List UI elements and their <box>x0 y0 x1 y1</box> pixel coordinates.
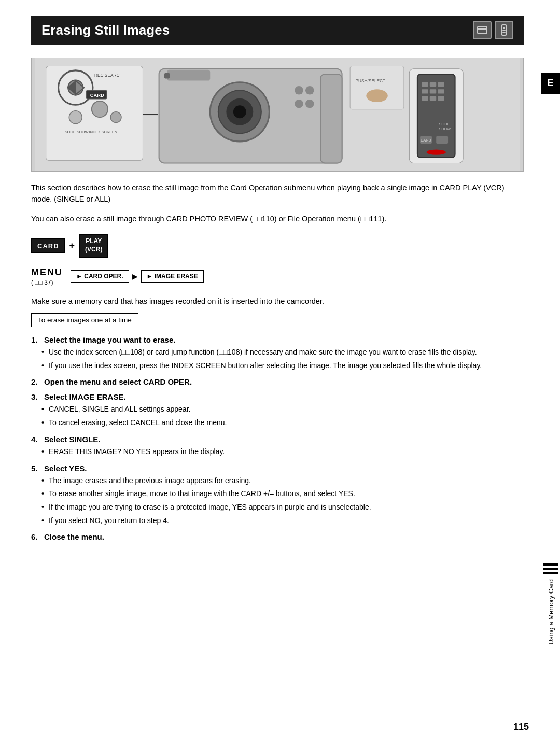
svg-point-28 <box>295 86 303 95</box>
svg-rect-25 <box>320 74 342 163</box>
hero-image: REC SEARCH CARD SLIDE SHOW INDEX SCREEN <box>31 58 524 172</box>
step-1-label: Select the image you want to erase. <box>44 335 175 344</box>
step-5-bullet-1: The image erases and the previous image … <box>41 475 524 487</box>
step-5-bullet-4: If you select NO, you return to step 4. <box>41 515 524 527</box>
step-5-bullet-3: If the image you are trying to erase is … <box>41 502 524 513</box>
svg-rect-38 <box>430 82 436 87</box>
card-icon <box>473 21 492 39</box>
step-6-num: 6. <box>31 532 38 541</box>
svg-point-15 <box>92 101 108 117</box>
title-icons <box>473 21 513 39</box>
svg-text:SLIDE SHOW: SLIDE SHOW <box>65 130 89 134</box>
step-3-bullets: CANCEL, SINGLE and ALL settings appear. … <box>31 404 524 428</box>
step-3: 3. Select IMAGE ERASE. CANCEL, SINGLE an… <box>31 392 524 428</box>
section-tab-e: E <box>541 73 560 94</box>
menu-arrow-chain: ► CARD OPER. ▶ ► IMAGE ERASE <box>71 270 204 283</box>
button-combo: CARD + PLAY (VCR) <box>31 234 524 257</box>
step-1: 1. Select the image you want to erase. U… <box>31 335 524 371</box>
play-vcr-button: PLAY (VCR) <box>79 234 108 257</box>
svg-rect-45 <box>438 96 444 101</box>
svg-point-51 <box>427 149 446 154</box>
instruction-text: Make sure a memory card that has images … <box>31 295 524 307</box>
tab-lines <box>543 563 558 574</box>
step-2-num: 2. <box>31 377 38 386</box>
svg-text:INDEX SCREEN: INDEX SCREEN <box>89 130 117 134</box>
step-1-bullet-2: If you use the index screen, press the I… <box>41 360 524 372</box>
intro-paragraph-1: This section describes how to erase the … <box>31 182 524 205</box>
step-2-title: 2. Open the menu and select CARD OPER. <box>31 377 524 386</box>
svg-rect-39 <box>438 82 444 87</box>
svg-rect-43 <box>422 96 428 101</box>
menu-section: MENU ( □□ 37) ► CARD OPER. ▶ ► IMAGE ERA… <box>31 267 524 286</box>
svg-rect-42 <box>438 89 444 93</box>
step-3-bullet-2: To cancel erasing, select CANCEL and clo… <box>41 417 524 429</box>
svg-point-16 <box>69 111 82 124</box>
svg-rect-5 <box>502 32 506 33</box>
svg-rect-27 <box>164 73 170 78</box>
svg-point-24 <box>233 105 246 118</box>
step-1-num: 1. <box>31 335 38 344</box>
svg-text:CARD: CARD <box>90 93 104 98</box>
menu-arrow: ▶ <box>132 272 138 280</box>
step-1-bullet-1: Use the index screen (□□108) or card jum… <box>41 347 524 358</box>
step-4-label: Select SINGLE. <box>44 435 100 444</box>
svg-rect-37 <box>422 82 428 87</box>
vertical-tab-text: Using a Memory Card <box>547 579 555 644</box>
svg-rect-36 <box>417 74 455 158</box>
step-4: 4. Select SINGLE. ERASE THIS IMAGE? NO Y… <box>31 435 524 458</box>
svg-rect-40 <box>422 89 428 93</box>
svg-rect-32 <box>350 66 404 109</box>
tab-line-2 <box>543 568 558 570</box>
page-number: 115 <box>513 722 529 732</box>
step-1-title: 1. Select the image you want to erase. <box>31 335 524 344</box>
step-5-num: 5. <box>31 464 38 473</box>
step-5-bullets: The image erases and the previous image … <box>31 475 524 527</box>
step-5-label: Select YES. <box>44 464 87 473</box>
right-side-tab: Using a Memory Card <box>541 563 560 644</box>
menu-label: MENU <box>31 267 63 278</box>
svg-point-17 <box>110 112 121 123</box>
step-6: 6. Close the menu. <box>31 532 524 541</box>
step-4-bullet-1: ERASE THIS IMAGE? NO YES appears in the … <box>41 446 524 458</box>
menu-label-area: MENU ( □□ 37) <box>31 267 63 286</box>
page-title: Erasing Still Images <box>41 22 170 38</box>
step-3-label: Select IMAGE ERASE. <box>44 392 126 401</box>
svg-point-34 <box>366 89 388 102</box>
menu-card-oper-box: ► CARD OPER. <box>71 270 129 283</box>
remote-icon <box>495 21 513 39</box>
main-content: Erasing Still Images <box>0 0 560 563</box>
step-5-title: 5. Select YES. <box>31 464 524 473</box>
step-4-num: 4. <box>31 435 38 444</box>
play-label: PLAY <box>85 237 102 246</box>
step-5: 5. Select YES. The image erases and the … <box>31 464 524 527</box>
svg-text:CARD: CARD <box>421 138 431 143</box>
svg-rect-4 <box>502 30 506 31</box>
svg-point-3 <box>503 27 505 29</box>
step-3-bullet-1: CANCEL, SINGLE and ALL settings appear. <box>41 404 524 415</box>
svg-rect-44 <box>430 96 436 101</box>
svg-rect-1 <box>478 28 487 30</box>
tab-line-3 <box>543 572 558 574</box>
svg-rect-0 <box>478 26 487 34</box>
svg-point-29 <box>305 86 314 95</box>
step-3-title: 3. Select IMAGE ERASE. <box>31 392 524 401</box>
step-3-num: 3. <box>31 392 38 401</box>
svg-text:PUSH/SELECT: PUSH/SELECT <box>356 78 386 83</box>
step-4-bullets: ERASE THIS IMAGE? NO YES appears in the … <box>31 446 524 458</box>
step-2: 2. Open the menu and select CARD OPER. <box>31 377 524 386</box>
svg-rect-47 <box>436 136 448 144</box>
svg-text:SLIDE: SLIDE <box>439 122 450 126</box>
step-6-label: Close the menu. <box>44 532 104 541</box>
steps-container: 1. Select the image you want to erase. U… <box>31 335 524 541</box>
step-5-bullet-2: To erase another single image, move to t… <box>41 488 524 500</box>
intro-paragraph-2: You can also erase a still image through… <box>31 213 524 224</box>
step-1-bullets: Use the index screen (□□108) or card jum… <box>31 347 524 371</box>
step-2-label: Open the menu and select CARD OPER. <box>44 377 192 386</box>
step-6-title: 6. Close the menu. <box>31 532 524 541</box>
tab-line-1 <box>543 563 558 566</box>
svg-point-30 <box>295 100 303 108</box>
page-title-bar: Erasing Still Images <box>31 16 524 45</box>
plus-sign: + <box>69 241 75 251</box>
svg-point-31 <box>305 100 314 108</box>
svg-text:SHOW: SHOW <box>439 126 451 131</box>
